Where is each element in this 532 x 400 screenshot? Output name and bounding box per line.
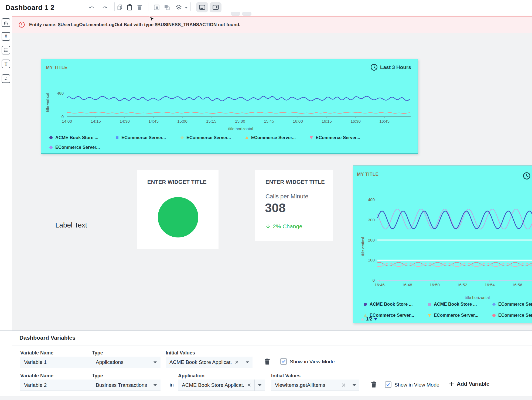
- chart-1-plot: 480014:0014:1514:3014:4515:0015:1515:301…: [52, 90, 413, 125]
- page-title: Dashboard 1 2: [5, 4, 54, 12]
- open-dropdown-button[interactable]: [255, 384, 265, 386]
- delete-variable-button[interactable]: [263, 357, 271, 366]
- series-line: [377, 263, 532, 266]
- add-variable-button[interactable]: Add Variable: [449, 381, 489, 387]
- plus-icon: [449, 381, 454, 387]
- pie-chart-circle[interactable]: [158, 197, 198, 237]
- initial-values-combo[interactable]: ViewItems.getAllItems: [271, 380, 359, 391]
- application-value: ACME Book Store Applicat...: [178, 382, 244, 388]
- clear-value-button[interactable]: [231, 360, 242, 364]
- add-variable-label: Add Variable: [457, 381, 489, 387]
- undo-button[interactable]: [88, 4, 95, 11]
- triangle-down-marker-icon: [428, 313, 431, 317]
- variable-name-input[interactable]: [20, 380, 96, 391]
- clear-value-button[interactable]: [338, 383, 349, 387]
- layout-right-panel-button[interactable]: [210, 2, 221, 12]
- timeseries-widget-2[interactable]: MY TITLE title vertical 400300200100016:…: [353, 165, 532, 323]
- type-select[interactable]: Business Transactions: [92, 380, 161, 391]
- application-combo[interactable]: ACME Book Store Applicat...: [178, 380, 265, 391]
- timeseries-widget-1[interactable]: MY TITLE Last 3 Hours title vertical 480…: [41, 59, 418, 154]
- x-tick-label: 16:54: [485, 282, 495, 287]
- sidebar-item-list-widget[interactable]: [2, 46, 10, 54]
- clock-icon: [523, 172, 531, 180]
- copy-button[interactable]: [116, 4, 124, 11]
- toolbar-separator: [190, 2, 191, 11]
- bar-chart-icon: [3, 20, 9, 25]
- sidebar-item-text-widget[interactable]: T: [2, 60, 10, 68]
- legend-item[interactable]: ACME Book Store ...: [363, 302, 413, 307]
- list-icon: [3, 47, 9, 53]
- widget-title: MY TITLE: [46, 65, 67, 70]
- partial-button: [231, 12, 240, 16]
- redo-button[interactable]: [101, 4, 108, 11]
- chart-1-legend: ACME Book Store ...ECommerce Server...EC…: [41, 133, 418, 153]
- y-tick-label: 100: [368, 258, 375, 262]
- x-tick-label: 16:56: [512, 282, 522, 287]
- x-axis-title: title horizontal: [439, 295, 515, 300]
- open-dropdown-button[interactable]: [242, 361, 253, 363]
- legend-item[interactable]: ACME Book Store ...: [49, 135, 98, 140]
- legend-label: ECommerce Server...: [434, 313, 478, 318]
- ungroup-button[interactable]: [163, 4, 170, 11]
- initial-values-combo[interactable]: ACME Book Store Applicat...: [166, 357, 253, 368]
- variable-name-input[interactable]: [20, 357, 96, 368]
- toolbar-separator: [114, 2, 115, 11]
- pentagon-marker-icon: [492, 313, 496, 317]
- y-tick-label: 200: [368, 238, 375, 242]
- series-line: [377, 209, 532, 229]
- close-icon: [342, 383, 346, 387]
- delete-variable-button[interactable]: [370, 380, 378, 389]
- legend-item[interactable]: ACME Book Store ...: [428, 302, 477, 307]
- paste-button[interactable]: [126, 4, 133, 11]
- label-widget[interactable]: Label Text: [55, 221, 87, 229]
- layers-button[interactable]: [175, 4, 182, 11]
- pentagon-marker-icon: [49, 146, 53, 149]
- dashboard-editor: Dashboard 1 2: [0, 0, 532, 400]
- svg-text:T: T: [5, 62, 8, 66]
- arrow-down-icon: [265, 224, 271, 229]
- sidebar-item-number-widget[interactable]: #: [2, 32, 10, 41]
- time-range[interactable]: [523, 172, 531, 180]
- time-range[interactable]: Last 3 Hours: [370, 63, 411, 71]
- sidebar-item-image-widget[interactable]: [2, 74, 10, 83]
- type-select[interactable]: Applications: [92, 357, 161, 368]
- layout-bottom-panel-button[interactable]: [196, 2, 208, 12]
- clock-icon: [370, 63, 378, 71]
- diamond-marker-icon: [492, 302, 496, 306]
- legend-item[interactable]: ECommerce Ser...: [492, 302, 532, 307]
- legend-item[interactable]: ECommerce Server...: [115, 135, 166, 140]
- page-down-icon[interactable]: [374, 318, 377, 320]
- clear-value-button[interactable]: [244, 383, 254, 387]
- chart-2-plot: 400300200100016:4616:4816:5016:5216:5416…: [359, 193, 532, 290]
- legend-item[interactable]: ECommerce Ser...: [492, 313, 532, 318]
- circle-marker-icon: [49, 136, 53, 140]
- sidebar-item-chart-widget[interactable]: [2, 18, 10, 27]
- layers-menu-button[interactable]: [185, 6, 188, 9]
- legend-item[interactable]: ECommerce Server...: [309, 135, 360, 140]
- legend-item[interactable]: ECommerce Server...: [49, 145, 100, 150]
- trash-icon: [263, 357, 271, 366]
- legend-label: ACME Book Store ...: [55, 135, 98, 140]
- page-indicator: 1/2: [366, 317, 372, 322]
- metric-widget[interactable]: ENTER WIDGET TITLE Calls per Minute 308 …: [255, 170, 333, 241]
- y-tick-label: 0: [62, 114, 64, 119]
- pie-widget[interactable]: ENTER WIDGET TITLE: [137, 170, 219, 249]
- show-in-view-mode-checkbox[interactable]: [385, 381, 391, 388]
- legend-item[interactable]: ECommerce Server...: [428, 313, 478, 318]
- page-up-icon[interactable]: [361, 318, 364, 320]
- time-range-label: Last 3 Hours: [380, 64, 411, 70]
- group-button[interactable]: [153, 4, 160, 11]
- triangle-down-marker-icon: [309, 136, 313, 140]
- open-dropdown-button[interactable]: [349, 384, 359, 386]
- legend-item[interactable]: ECommerce Server...: [180, 135, 231, 140]
- legend-label: ECommerce Server...: [186, 135, 231, 140]
- panel-bottom-strip: [0, 396, 532, 400]
- close-icon: [235, 360, 239, 364]
- legend-item[interactable]: ECommerce Server...: [245, 135, 296, 140]
- x-tick-label: 16:46: [374, 282, 385, 287]
- show-in-view-mode-checkbox[interactable]: [280, 358, 287, 365]
- delete-button[interactable]: [136, 4, 143, 11]
- widget-title: MY TITLE: [357, 172, 378, 177]
- toolbar: Dashboard 1 2: [0, 0, 532, 16]
- hash-icon: #: [3, 34, 9, 39]
